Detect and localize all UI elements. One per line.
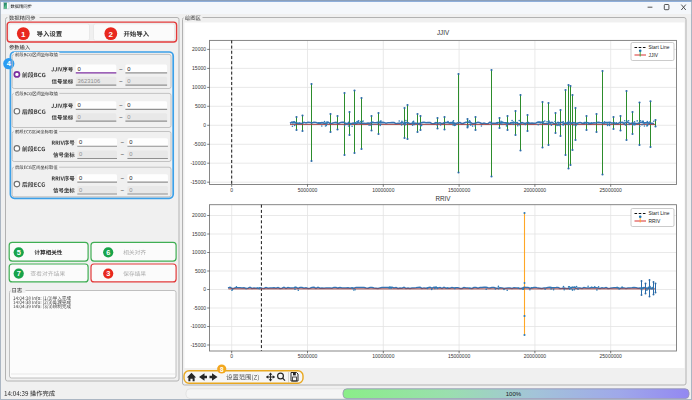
svg-text:0: 0 xyxy=(203,286,206,292)
svg-text:RRIV: RRIV xyxy=(649,219,661,224)
svg-text:0: 0 xyxy=(129,139,132,145)
svg-text:0: 0 xyxy=(79,175,82,181)
svg-text:-5000: -5000 xyxy=(193,305,206,311)
svg-text:JJIV: JJIV xyxy=(649,53,659,58)
svg-text:~: ~ xyxy=(120,186,124,193)
svg-text:~: ~ xyxy=(119,113,123,120)
svg-text:15000: 15000 xyxy=(192,65,206,71)
svg-text:10000: 10000 xyxy=(192,84,206,90)
svg-text:~: ~ xyxy=(120,138,124,145)
svg-text:0: 0 xyxy=(127,102,130,108)
svg-text:0: 0 xyxy=(129,175,132,181)
svg-text:~: ~ xyxy=(120,174,124,181)
svg-text:20000000: 20000000 xyxy=(524,353,546,359)
svg-text:3623106: 3623106 xyxy=(78,78,101,84)
svg-text:3: 3 xyxy=(106,269,110,278)
svg-text:10000000: 10000000 xyxy=(372,353,394,359)
svg-text:1: 1 xyxy=(21,30,26,39)
svg-text:Start Line: Start Line xyxy=(649,211,670,216)
svg-text:-15000: -15000 xyxy=(190,179,206,185)
svg-text:5000: 5000 xyxy=(195,103,206,109)
svg-text:7: 7 xyxy=(17,269,21,278)
svg-text:15000000: 15000000 xyxy=(448,187,470,193)
svg-text:0: 0 xyxy=(127,78,130,84)
svg-text:-5000: -5000 xyxy=(193,141,206,147)
svg-text:-10000: -10000 xyxy=(190,160,206,166)
svg-text:~: ~ xyxy=(120,150,124,157)
svg-text:5000000: 5000000 xyxy=(298,187,318,193)
svg-text:RRIV: RRIV xyxy=(435,195,451,202)
svg-text:-15000: -15000 xyxy=(190,342,206,348)
svg-text:0: 0 xyxy=(79,187,82,193)
svg-text:15000: 15000 xyxy=(192,231,206,237)
svg-text:0: 0 xyxy=(127,66,130,72)
svg-text:25000000: 25000000 xyxy=(600,353,622,359)
svg-text:JJIV: JJIV xyxy=(437,29,450,36)
svg-text:20000: 20000 xyxy=(192,46,206,52)
svg-text:Start Line: Start Line xyxy=(649,45,670,50)
svg-text:20000: 20000 xyxy=(192,212,206,218)
svg-text:0: 0 xyxy=(78,114,81,120)
svg-text:0: 0 xyxy=(129,151,132,157)
svg-text:25000000: 25000000 xyxy=(600,187,622,193)
svg-text:0: 0 xyxy=(127,114,130,120)
svg-text:0: 0 xyxy=(78,66,81,72)
svg-text:-10000: -10000 xyxy=(190,323,206,329)
svg-text:0: 0 xyxy=(203,122,206,128)
svg-text:10000: 10000 xyxy=(192,249,206,255)
svg-text:0: 0 xyxy=(129,187,132,193)
svg-text:15000000: 15000000 xyxy=(448,353,470,359)
svg-text:0: 0 xyxy=(78,102,81,108)
svg-text:10000000: 10000000 xyxy=(372,187,394,193)
svg-text:~: ~ xyxy=(119,101,123,108)
svg-text:0: 0 xyxy=(230,187,233,193)
svg-text:100%: 100% xyxy=(506,391,522,397)
svg-text:5000000: 5000000 xyxy=(298,353,318,359)
svg-text:~: ~ xyxy=(119,77,123,84)
svg-text:20000000: 20000000 xyxy=(524,187,546,193)
svg-text:8: 8 xyxy=(220,366,224,373)
svg-text:5000: 5000 xyxy=(195,268,206,274)
svg-text:0: 0 xyxy=(230,353,233,359)
svg-text:2: 2 xyxy=(109,30,114,39)
svg-text:0: 0 xyxy=(79,151,82,157)
svg-text:6: 6 xyxy=(106,248,110,257)
svg-text:5: 5 xyxy=(17,248,21,257)
svg-text:~: ~ xyxy=(119,65,123,72)
svg-text:0: 0 xyxy=(79,139,82,145)
